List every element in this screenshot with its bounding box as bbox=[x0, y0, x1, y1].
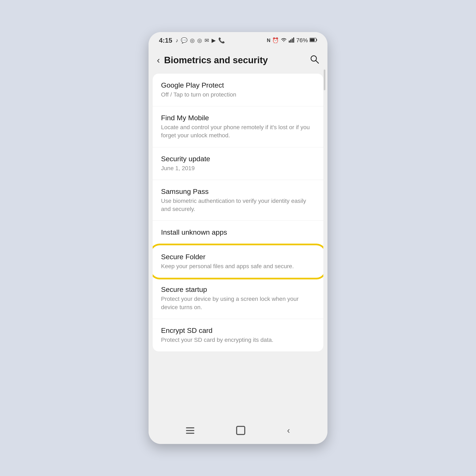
setting-desc-google-play-protect: Off / Tap to turn on protection bbox=[161, 90, 315, 99]
back-nav-button[interactable]: ‹ bbox=[287, 425, 290, 435]
setting-title-samsung-pass: Samsung Pass bbox=[161, 187, 315, 196]
svg-rect-2 bbox=[292, 38, 293, 43]
status-right: N ⏰ 76% bbox=[267, 37, 317, 44]
phone-frame: 4:15 ♪ 💬 ◎ ◎ ✉ ▶ 📞 N ⏰ bbox=[149, 32, 327, 444]
svg-rect-0 bbox=[289, 41, 290, 43]
setting-desc-samsung-pass: Use biometric authentication to verify y… bbox=[161, 197, 315, 213]
setting-title-find-my-mobile: Find My Mobile bbox=[161, 114, 315, 122]
setting-title-security-update: Security update bbox=[161, 155, 315, 163]
settings-card: Google Play Protect Off / Tap to turn on… bbox=[153, 74, 323, 351]
setting-item-secure-folder[interactable]: Secure Folder Keep your personal files a… bbox=[153, 245, 323, 278]
home-button[interactable] bbox=[236, 426, 245, 435]
setting-desc-find-my-mobile: Locate and control your phone remotely i… bbox=[161, 123, 315, 139]
svg-rect-1 bbox=[290, 39, 291, 43]
setting-title-secure-startup: Secure startup bbox=[161, 286, 315, 293]
back-button[interactable]: ‹ bbox=[157, 55, 160, 65]
header: ‹ Biometrics and security bbox=[149, 49, 327, 71]
nfc-icon: N bbox=[267, 37, 271, 43]
battery-percent: 76% bbox=[296, 37, 308, 44]
email-icon: ✉ bbox=[204, 37, 209, 44]
setting-title-secure-folder: Secure Folder bbox=[161, 253, 315, 261]
phone-icon: 📞 bbox=[218, 37, 225, 44]
svg-rect-5 bbox=[316, 39, 317, 41]
setting-desc-security-update: June 1, 2019 bbox=[161, 164, 315, 172]
setting-desc-encrypt-sd-card: Protect your SD card by encrypting its d… bbox=[161, 336, 315, 344]
setting-item-find-my-mobile[interactable]: Find My Mobile Locate and control your p… bbox=[153, 106, 323, 147]
setting-title-install-unknown-apps: Install unknown apps bbox=[161, 228, 315, 236]
status-left: 4:15 ♪ 💬 ◎ ◎ ✉ ▶ 📞 bbox=[159, 37, 225, 44]
battery-icon bbox=[309, 37, 317, 44]
music-icon: ♪ bbox=[176, 37, 178, 44]
setting-item-security-update[interactable]: Security update June 1, 2019 bbox=[153, 147, 323, 180]
wifi-icon bbox=[280, 37, 287, 44]
svg-line-8 bbox=[316, 61, 319, 63]
youtube-icon: ▶ bbox=[212, 37, 216, 44]
search-button[interactable] bbox=[309, 54, 319, 66]
alarm-icon: ⏰ bbox=[272, 37, 279, 44]
page-title: Biometrics and security bbox=[164, 55, 309, 65]
setting-item-google-play-protect[interactable]: Google Play Protect Off / Tap to turn on… bbox=[153, 74, 323, 106]
setting-desc-secure-startup: Protect your device by using a screen lo… bbox=[161, 295, 315, 311]
svg-rect-3 bbox=[293, 37, 294, 43]
status-time: 4:15 bbox=[159, 37, 172, 44]
setting-desc-secure-folder: Keep your personal files and apps safe a… bbox=[161, 262, 315, 270]
setting-item-secure-startup[interactable]: Secure startup Protect your device by us… bbox=[153, 278, 323, 319]
signal-icon bbox=[289, 37, 295, 44]
setting-item-install-unknown-apps[interactable]: Install unknown apps bbox=[153, 221, 323, 245]
recent-apps-button[interactable] bbox=[186, 427, 194, 434]
bottom-nav: ‹ bbox=[149, 417, 327, 444]
status-bar: 4:15 ♪ 💬 ◎ ◎ ✉ ▶ 📞 N ⏰ bbox=[149, 32, 327, 49]
content-area: Google Play Protect Off / Tap to turn on… bbox=[149, 71, 327, 417]
camera-icon: ◎ bbox=[197, 37, 202, 44]
instagram-icon: ◎ bbox=[190, 37, 195, 44]
status-icons-left: ♪ 💬 ◎ ◎ ✉ ▶ 📞 bbox=[176, 37, 225, 44]
scrollbar bbox=[324, 71, 325, 90]
svg-rect-6 bbox=[310, 38, 315, 41]
setting-item-samsung-pass[interactable]: Samsung Pass Use biometric authenticatio… bbox=[153, 180, 323, 221]
setting-title-google-play-protect: Google Play Protect bbox=[161, 81, 315, 89]
setting-item-encrypt-sd-card[interactable]: Encrypt SD card Protect your SD card by … bbox=[153, 319, 323, 351]
setting-title-encrypt-sd-card: Encrypt SD card bbox=[161, 326, 315, 335]
message-icon: 💬 bbox=[181, 37, 187, 44]
